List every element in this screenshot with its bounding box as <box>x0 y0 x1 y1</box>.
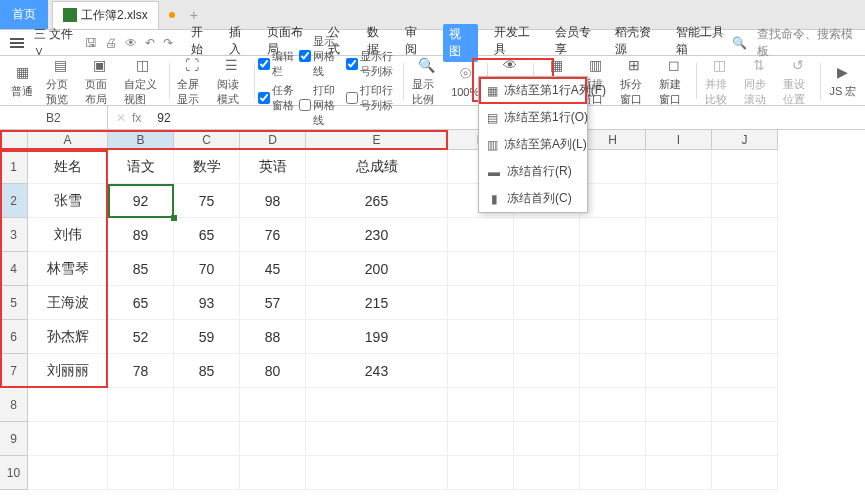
cell[interactable]: 70 <box>174 252 240 286</box>
cell[interactable]: 林雪琴 <box>28 252 108 286</box>
row-header[interactable]: 5 <box>0 286 28 320</box>
cell[interactable] <box>712 252 778 286</box>
cell[interactable] <box>712 150 778 184</box>
chk-showgrid[interactable]: 显示网格线 <box>299 34 345 79</box>
cell[interactable] <box>514 456 580 490</box>
cell[interactable] <box>646 252 712 286</box>
cell[interactable]: 78 <box>108 354 174 388</box>
cell[interactable] <box>448 218 514 252</box>
cell[interactable] <box>448 320 514 354</box>
file-menu-button[interactable] <box>6 34 28 52</box>
freeze-first-row[interactable]: ▬冻结首行(R) <box>479 158 587 185</box>
cell[interactable] <box>580 422 646 456</box>
cell[interactable]: 孙杰辉 <box>28 320 108 354</box>
cell[interactable] <box>28 456 108 490</box>
cell[interactable] <box>448 388 514 422</box>
cell[interactable] <box>646 388 712 422</box>
cell[interactable]: 199 <box>306 320 448 354</box>
cell[interactable]: 230 <box>306 218 448 252</box>
cell[interactable] <box>514 286 580 320</box>
cell[interactable] <box>712 354 778 388</box>
fx-icon[interactable]: fx <box>132 111 141 125</box>
chk-showheadings[interactable]: 显示行号列标 <box>346 49 399 79</box>
cell[interactable] <box>580 218 646 252</box>
freeze-to-row1[interactable]: ▤冻结至第1行(O) <box>479 104 587 131</box>
cell[interactable] <box>514 388 580 422</box>
cell[interactable]: 243 <box>306 354 448 388</box>
cell[interactable]: 93 <box>174 286 240 320</box>
search-icon[interactable]: 🔍 <box>732 36 747 50</box>
cell[interactable] <box>240 422 306 456</box>
chk-printgrid[interactable]: 打印网格线 <box>299 83 345 128</box>
cell[interactable]: 98 <box>240 184 306 218</box>
split-window[interactable]: ⊞拆分窗口 <box>616 53 653 109</box>
cell[interactable] <box>712 388 778 422</box>
col-header[interactable]: B <box>108 130 174 150</box>
cell[interactable]: 215 <box>306 286 448 320</box>
cell[interactable]: 80 <box>240 354 306 388</box>
cell[interactable]: 总成绩 <box>306 150 448 184</box>
view-pagelayout[interactable]: ▣页面布局 <box>81 53 118 109</box>
cell[interactable] <box>712 184 778 218</box>
cell[interactable]: 85 <box>108 252 174 286</box>
col-header[interactable]: A <box>28 130 108 150</box>
chk-taskpane[interactable]: 任务窗格 <box>258 83 296 113</box>
cell[interactable] <box>580 184 646 218</box>
cell[interactable] <box>514 218 580 252</box>
cell[interactable] <box>306 456 448 490</box>
cell[interactable]: 张雪 <box>28 184 108 218</box>
cell[interactable] <box>646 150 712 184</box>
add-tab-button[interactable]: + <box>190 7 198 23</box>
cell[interactable] <box>240 456 306 490</box>
cell[interactable] <box>712 286 778 320</box>
cell[interactable] <box>448 422 514 456</box>
cell[interactable]: 59 <box>174 320 240 354</box>
cell[interactable] <box>448 252 514 286</box>
cell[interactable]: 姓名 <box>28 150 108 184</box>
row-header[interactable]: 10 <box>0 456 28 490</box>
cell[interactable] <box>306 422 448 456</box>
cell[interactable]: 89 <box>108 218 174 252</box>
cell[interactable] <box>646 286 712 320</box>
cell[interactable]: 265 <box>306 184 448 218</box>
col-header[interactable]: D <box>240 130 306 150</box>
cell[interactable] <box>646 456 712 490</box>
cell[interactable] <box>580 150 646 184</box>
reset-pos[interactable]: ↺重设位置 <box>779 53 816 109</box>
formula-input[interactable]: 92 <box>149 111 170 125</box>
cell[interactable] <box>712 456 778 490</box>
cell[interactable] <box>514 422 580 456</box>
undo-icon[interactable]: ↶ <box>145 36 155 50</box>
cell[interactable] <box>712 422 778 456</box>
cell[interactable]: 92 <box>108 184 174 218</box>
print-icon[interactable]: 🖨 <box>105 36 117 50</box>
cell[interactable] <box>28 422 108 456</box>
row-header[interactable]: 8 <box>0 388 28 422</box>
cell[interactable] <box>448 286 514 320</box>
cell[interactable] <box>28 388 108 422</box>
cell[interactable] <box>646 218 712 252</box>
save-icon[interactable]: 🖫 <box>85 36 97 50</box>
row-header[interactable]: 1 <box>0 150 28 184</box>
cell[interactable] <box>712 320 778 354</box>
row-header[interactable]: 2 <box>0 184 28 218</box>
row-header[interactable]: 4 <box>0 252 28 286</box>
freeze-first-col[interactable]: ▮冻结首列(C) <box>479 185 587 212</box>
cell[interactable]: 200 <box>306 252 448 286</box>
cancel-icon[interactable]: ✕ <box>116 111 126 125</box>
row-header[interactable]: 3 <box>0 218 28 252</box>
cell[interactable]: 刘丽丽 <box>28 354 108 388</box>
view-custom[interactable]: ◫自定义视图 <box>120 53 164 109</box>
fullscreen[interactable]: ⛶全屏显示 <box>173 53 210 109</box>
js-macro[interactable]: ▶JS 宏 <box>825 60 861 101</box>
preview-icon[interactable]: 👁 <box>125 36 137 50</box>
row-header[interactable]: 9 <box>0 422 28 456</box>
cell[interactable] <box>646 422 712 456</box>
cell[interactable]: 75 <box>174 184 240 218</box>
cell[interactable] <box>580 320 646 354</box>
chk-editbar[interactable]: 编辑栏 <box>258 49 296 79</box>
cell[interactable]: 85 <box>174 354 240 388</box>
cell[interactable] <box>580 252 646 286</box>
new-window[interactable]: ◻新建窗口 <box>655 53 692 109</box>
freeze-to-row1-colA[interactable]: ▦冻结至第1行A列(F) <box>479 77 587 104</box>
